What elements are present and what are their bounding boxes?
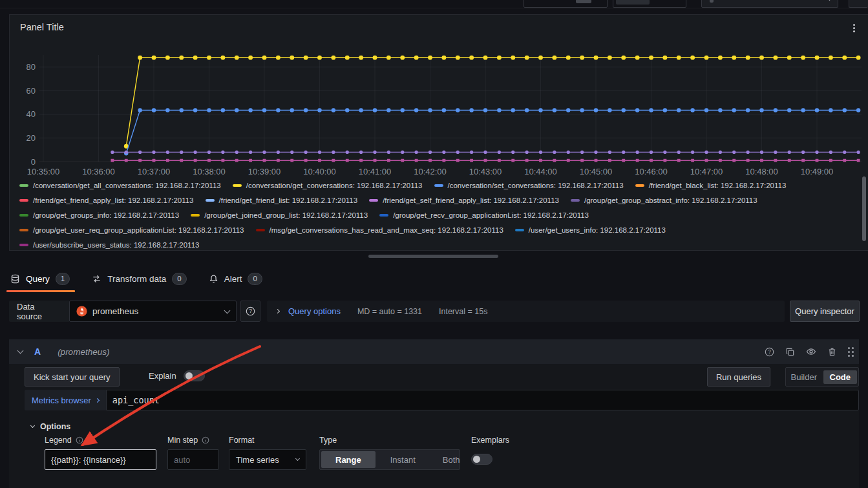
query-datasource-hint: (prometheus) [58, 347, 109, 357]
legend-item[interactable]: /group/get_group_abstract_info: 192.168.… [571, 196, 757, 204]
legend-item[interactable]: /group/get_recv_group_applicationList: 1… [379, 211, 589, 219]
series-label: /group/get_groups_info: 192.168.2.17:201… [33, 211, 179, 219]
chart-legend: /conversation/get_all_conversations: 192… [19, 178, 860, 250]
top-toolbar [0, 0, 868, 8]
datasource-label: Data source [9, 301, 69, 322]
metrics-browser-button[interactable]: Metrics browser [25, 390, 106, 410]
top-control-4[interactable] [849, 0, 868, 8]
min-step-field-label: Min step [167, 436, 209, 445]
query-options-label: Query options [288, 306, 341, 316]
series-color-swatch [379, 214, 388, 217]
legend-item[interactable]: /user/get_users_info: 192.168.2.17:20113 [515, 226, 666, 234]
exemplars-field-label: Exemplars [471, 436, 509, 445]
run-queries-button[interactable]: Run queries [707, 367, 770, 387]
x-axis-tick-label: 10:38:00 [193, 167, 226, 176]
editor-resize-handle[interactable] [368, 255, 498, 258]
series-label: /friend/get_self_friend_apply_list: 192.… [383, 196, 559, 204]
top-control-1[interactable] [524, 0, 608, 8]
duplicate-query-icon[interactable] [785, 347, 795, 357]
series-label: /group/get_recv_group_applicationList: 1… [393, 211, 589, 219]
grafana-panel-editor: Panel Title 02040608010:35:0010:36:0010:… [0, 0, 868, 488]
top-control-2[interactable] [613, 0, 686, 8]
help-icon[interactable]: ? [765, 347, 774, 357]
delete-query-icon[interactable] [827, 347, 837, 357]
legend-item[interactable]: /group/get_user_req_group_applicationLis… [19, 226, 244, 234]
expression-row: Metrics browser api_count [25, 390, 859, 410]
type-instant-option[interactable]: Instant [377, 450, 429, 469]
transform-count-badge: 0 [172, 273, 186, 285]
explain-toggle[interactable] [184, 370, 205, 381]
legend-item[interactable]: /conversation/set_conversations: 192.168… [434, 182, 624, 189]
hide-query-icon[interactable] [806, 346, 816, 357]
top-control-3[interactable] [701, 0, 838, 8]
datasource-picker[interactable]: prometheus [69, 301, 237, 322]
query-options-toggle[interactable]: Query options MD = auto = 1331 Interval … [267, 301, 785, 322]
legend-item[interactable]: /group/get_groups_info: 192.168.2.17:201… [19, 211, 179, 219]
x-axis-tick-label: 10:46:00 [635, 167, 668, 176]
tab-transform-label: Transform data [107, 274, 166, 284]
series-line[interactable] [126, 58, 858, 146]
kickstart-query-button[interactable]: Kick start your query [25, 367, 120, 387]
chevron-down-icon [224, 307, 231, 313]
options-header-label: Options [40, 422, 70, 431]
x-axis-tick-label: 10:40:00 [303, 167, 336, 176]
options-labels-row: Legend Min step Fo [34, 436, 859, 446]
series-label: /group/get_user_req_group_applicationLis… [33, 226, 244, 234]
prometheus-icon [76, 306, 87, 317]
series-label: /friend/get_friend_apply_list: 192.168.2… [33, 196, 194, 204]
y-axis-tick-label: 0 [31, 157, 36, 167]
chevron-down-icon [827, 0, 832, 1]
type-range-option[interactable]: Range [321, 451, 376, 468]
legend-item[interactable]: /friend/get_friend_apply_list: 192.168.2… [19, 196, 194, 204]
series-line[interactable] [126, 111, 858, 154]
tab-alert-label: Alert [224, 274, 242, 284]
transform-icon [92, 274, 101, 284]
x-axis-tick-label: 10:42:00 [414, 167, 447, 176]
type-both-option[interactable]: Both [429, 450, 474, 469]
legend-item[interactable]: /conversation/get_conversations: 192.168… [233, 182, 423, 189]
x-axis-tick-label: 10:47:00 [690, 167, 723, 176]
series-label: /group/get_group_abstract_info: 192.168.… [584, 196, 757, 204]
format-select[interactable]: Time series [229, 449, 306, 470]
query-row-header[interactable]: A (prometheus) ? [9, 339, 859, 364]
drag-handle-icon[interactable] [848, 347, 850, 357]
tab-query-label: Query [26, 274, 50, 284]
series-label: /friend/get_black_list: 192.168.2.17:201… [649, 182, 787, 189]
alert-count-badge: 0 [248, 273, 262, 285]
tab-transform-data[interactable]: Transform data 0 [92, 265, 186, 292]
min-step-input[interactable] [167, 449, 219, 470]
info-icon[interactable] [76, 436, 83, 444]
datasource-help-button[interactable]: ? [240, 301, 260, 322]
promql-expression-input[interactable]: api_count [106, 390, 859, 410]
explain-label: Explain [149, 371, 176, 381]
series-color-swatch [571, 199, 580, 202]
tab-alert[interactable]: Alert 0 [209, 265, 262, 292]
exemplars-toggle[interactable] [471, 454, 492, 465]
series-label: /conversation/set_conversations: 192.168… [448, 182, 624, 189]
legend-item[interactable]: /conversation/get_all_conversations: 192… [19, 182, 221, 189]
legend-item[interactable]: /msg/get_conversations_has_read_and_max_… [256, 226, 503, 234]
series-color-swatch [191, 214, 200, 217]
code-mode-option[interactable]: Code [823, 370, 858, 384]
query-inspector-button[interactable]: Query inspector [790, 301, 860, 322]
series-color-swatch [233, 184, 242, 187]
query-ref-id[interactable]: A [34, 346, 41, 357]
max-data-points-text: MD = auto = 1331 [357, 307, 422, 316]
legend-item[interactable]: /friend/get_friend_list: 192.168.2.17:20… [206, 196, 358, 204]
legend-item[interactable]: /group/get_joined_group_list: 192.168.2.… [191, 211, 368, 219]
collapse-chevron-icon[interactable] [17, 348, 24, 354]
legend-item[interactable]: /friend/get_black_list: 192.168.2.17:201… [635, 182, 787, 189]
series-color-swatch [19, 199, 28, 202]
query-count-badge: 1 [56, 273, 70, 285]
info-icon[interactable] [202, 436, 209, 444]
legend-input[interactable] [45, 449, 156, 470]
legend-item[interactable]: /friend/get_self_friend_apply_list: 192.… [369, 196, 559, 204]
tab-query[interactable]: Query 1 [10, 265, 70, 292]
query-actions: ? [765, 346, 850, 357]
builder-mode-option[interactable]: Builder [786, 372, 822, 382]
panel-scrollbar[interactable] [862, 176, 866, 241]
series-label: /group/get_joined_group_list: 192.168.2.… [204, 211, 368, 219]
series-label: /conversation/get_conversations: 192.168… [246, 182, 423, 189]
options-section-toggle[interactable]: Options [31, 422, 70, 431]
legend-item[interactable]: /user/subscribe_users_status: 192.168.2.… [19, 241, 199, 249]
